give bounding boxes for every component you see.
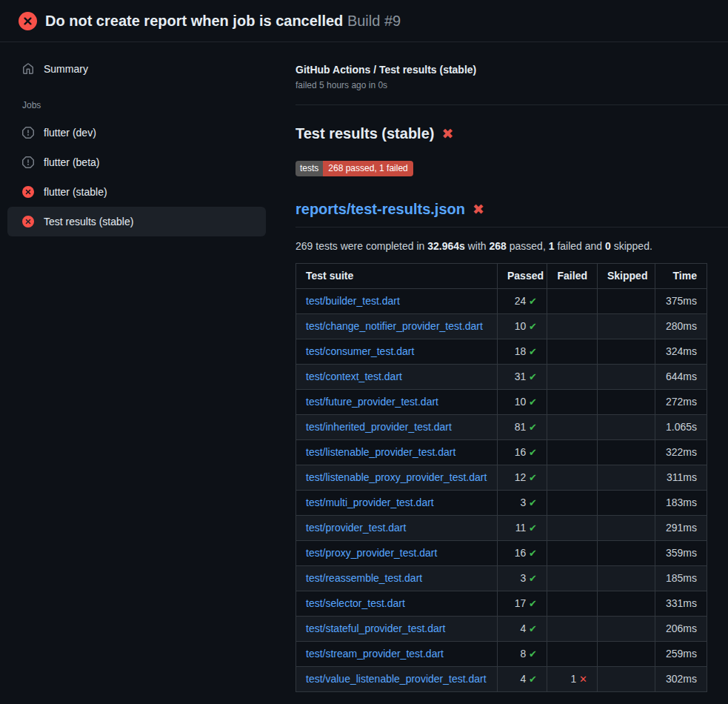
failed-cell	[547, 314, 598, 339]
passed-count: 17	[515, 597, 529, 609]
test-suite-link[interactable]: test/consumer_test.dart	[306, 345, 414, 357]
build-number: Build #9	[347, 13, 401, 29]
test-suite-link[interactable]: test/inherited_provider_test.dart	[306, 421, 452, 433]
passed-count: 16	[515, 446, 529, 458]
suite-cell: test/stateful_provider_test.dart	[296, 617, 498, 642]
test-suite-link[interactable]: test/selector_test.dart	[306, 597, 405, 609]
failed-cell	[547, 591, 598, 617]
jobs-list: flutter (dev)flutter (beta)flutter (stab…	[7, 118, 266, 236]
table-row: test/selector_test.dart17 ✔331ms	[296, 591, 707, 617]
test-suite-link[interactable]: test/builder_test.dart	[306, 295, 400, 307]
test-suite-link[interactable]: test/proxy_provider_test.dart	[306, 547, 437, 559]
test-suite-link[interactable]: test/listenable_proxy_provider_test.dart	[306, 471, 487, 483]
failed-cell	[547, 339, 598, 365]
pass-check-icon: ✔	[529, 674, 537, 685]
pass-check-icon: ✔	[529, 396, 537, 408]
suite-cell: test/reassemble_test.dart	[296, 566, 498, 591]
test-suite-link[interactable]: test/multi_provider_test.dart	[306, 497, 434, 508]
passed-count: 31	[515, 371, 529, 382]
time-cell: 324ms	[655, 339, 707, 365]
suite-cell: test/builder_test.dart	[296, 289, 498, 314]
table-row: test/stream_provider_test.dart8 ✔259ms	[296, 642, 707, 667]
summary-line: 269 tests were completed in 32.964s with…	[295, 240, 728, 252]
sidebar-item-job[interactable]: flutter (stable)	[7, 177, 266, 207]
failed-x-icon: ✖	[472, 202, 484, 216]
passed-cell: 16 ✔	[498, 440, 547, 465]
failed-cell	[547, 465, 598, 491]
failed-cell	[547, 516, 598, 541]
time-cell: 206ms	[655, 617, 707, 642]
x-circle-icon	[22, 216, 34, 228]
test-suite-link[interactable]: test/stateful_provider_test.dart	[306, 622, 445, 634]
sidebar-item-summary[interactable]: Summary	[7, 54, 266, 84]
passed-cell: 81 ✔	[498, 415, 547, 440]
report-link[interactable]: reports/test-results.json	[295, 200, 465, 219]
pass-check-icon: ✔	[529, 497, 537, 508]
pass-check-icon: ✔	[529, 522, 537, 534]
table-row: test/provider_test.dart11 ✔291ms	[296, 516, 707, 541]
passed-cell: 11 ✔	[498, 516, 547, 541]
skipped-cell	[598, 667, 655, 692]
column-header: Passed	[498, 264, 547, 289]
test-suite-link[interactable]: test/change_notifier_provider_test.dart	[306, 320, 483, 332]
passed-count: 81	[515, 421, 529, 433]
failed-cell	[547, 491, 598, 516]
suite-cell: test/inherited_provider_test.dart	[296, 415, 498, 440]
failed-cell	[547, 541, 598, 566]
test-suite-link[interactable]: test/reassemble_test.dart	[306, 572, 422, 584]
time-cell: 302ms	[655, 667, 707, 692]
sidebar-item-label: flutter (beta)	[44, 155, 99, 170]
suite-cell: test/consumer_test.dart	[296, 339, 498, 365]
passed-count: 4	[520, 673, 529, 685]
passed-cell: 3 ✔	[498, 491, 547, 516]
suite-cell: test/future_provider_test.dart	[296, 390, 498, 415]
results-table: Test suitePassedFailedSkippedTime test/b…	[295, 263, 707, 692]
table-row: test/future_provider_test.dart10 ✔272ms	[296, 390, 707, 415]
test-suite-link[interactable]: test/stream_provider_test.dart	[306, 648, 444, 660]
sidebar-item-job[interactable]: flutter (dev)	[7, 118, 266, 147]
column-header: Test suite	[296, 264, 498, 289]
skipped-cell	[598, 415, 655, 440]
test-suite-link[interactable]: test/listenable_provider_test.dart	[306, 446, 455, 458]
sidebar-item-job[interactable]: Test results (stable)	[7, 207, 266, 236]
passed-count: 10	[515, 396, 529, 408]
pass-check-icon: ✔	[529, 296, 537, 307]
suite-cell: test/context_test.dart	[296, 365, 498, 390]
passed-cell: 10 ✔	[498, 390, 547, 415]
total-time: 32.964s	[427, 240, 465, 252]
skipped-cell	[598, 617, 655, 642]
fail-x-icon: ✕	[579, 674, 587, 685]
time-cell: 375ms	[655, 289, 707, 314]
badge-label: tests	[295, 161, 323, 176]
skipped-cell	[598, 339, 655, 365]
suite-cell: test/stream_provider_test.dart	[296, 642, 498, 667]
suite-cell: test/value_listenable_provider_test.dart	[296, 667, 498, 692]
failed-x-icon: ✖	[441, 127, 453, 141]
passed-cell: 3 ✔	[498, 566, 547, 591]
table-header-row: Test suitePassedFailedSkippedTime	[296, 264, 707, 289]
pass-check-icon: ✔	[529, 623, 537, 634]
run-title: Do not create report when job is cancell…	[45, 13, 343, 29]
table-row: test/builder_test.dart24 ✔375ms	[296, 289, 707, 314]
table-row: test/multi_provider_test.dart3 ✔183ms	[296, 491, 707, 516]
skipped-cell	[598, 390, 655, 415]
suite-cell: test/listenable_proxy_provider_test.dart	[296, 465, 498, 491]
test-suite-link[interactable]: test/context_test.dart	[306, 371, 402, 382]
pass-check-icon: ✔	[529, 573, 537, 584]
test-suite-link[interactable]: test/provider_test.dart	[306, 522, 406, 534]
table-row: test/consumer_test.dart18 ✔324ms	[296, 339, 707, 365]
test-suite-link[interactable]: test/value_listenable_provider_test.dart	[306, 673, 487, 685]
sidebar-item-job[interactable]: flutter (beta)	[7, 147, 266, 177]
report-title: reports/test-results.json ✖	[295, 200, 728, 228]
passed-cell: 4 ✔	[498, 667, 547, 692]
passed-count: 3	[520, 572, 529, 584]
page-title: Do not create report when job is cancell…	[45, 10, 401, 31]
time-cell: 1.065s	[655, 415, 707, 440]
sidebar-item-label: Summary	[44, 62, 88, 76]
test-suite-link[interactable]: test/future_provider_test.dart	[306, 396, 438, 408]
time-cell: 259ms	[655, 642, 707, 667]
suite-cell: test/change_notifier_provider_test.dart	[296, 314, 498, 339]
passed-count: 3	[520, 497, 529, 508]
skipped-cell	[598, 365, 655, 390]
passed-count: 18	[515, 345, 529, 357]
